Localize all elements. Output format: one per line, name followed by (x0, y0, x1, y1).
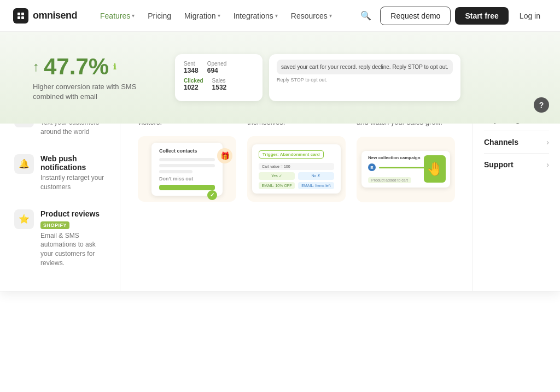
nav-item-migration[interactable]: Migration ▾ (179, 8, 226, 24)
chevron-down-icon: ▾ (329, 13, 332, 19)
search-button[interactable]: 🔍 (356, 6, 376, 26)
chevron-down-icon: ▾ (275, 13, 278, 19)
logo-icon (13, 8, 28, 24)
sales-label: Sales (212, 78, 227, 84)
sms-bubble: saved your cart for your record. reply d… (277, 60, 453, 74)
request-demo-button[interactable]: Request demo (380, 7, 451, 25)
stat-block: ↑ 47.7% ℹ Higher conversion rate with SM… (33, 54, 142, 102)
clicked-label: Clicked (184, 78, 203, 84)
bottom-section: ↑ 47.7% ℹ Higher conversion rate with SM… (0, 32, 560, 124)
info-icon[interactable]: ℹ (113, 62, 116, 71)
nav-item-integrations[interactable]: Integrations ▾ (228, 8, 283, 24)
stat-number: ↑ 47.7% ℹ (33, 54, 142, 80)
login-button[interactable]: Log in (513, 7, 547, 25)
campaign-stats-card: Sent 1348 Opened 694 Clicked 1022 Sales … (175, 54, 262, 101)
sent-value: 1348 (184, 67, 199, 74)
nav-actions: 🔍 Request demo Start free Log in (356, 6, 547, 26)
sms-preview-card: saved your cart for your record. reply d… (269, 54, 460, 101)
chevron-down-icon: ▾ (132, 13, 135, 19)
opened-label: Opened (207, 61, 227, 67)
svg-rect-0 (18, 13, 20, 15)
start-free-button[interactable]: Start free (455, 7, 508, 25)
nav-item-features[interactable]: Features ▾ (95, 8, 140, 24)
nav-item-pricing[interactable]: Pricing (142, 8, 177, 24)
navigation: omnisend Features ▾ Pricing Migration ▾ … (0, 0, 560, 32)
nav-links: Features ▾ Pricing Migration ▾ Integrati… (95, 8, 356, 24)
svg-rect-2 (18, 16, 20, 19)
svg-rect-3 (21, 16, 24, 19)
chevron-down-icon: ▾ (218, 13, 220, 19)
sales-value: 1532 (212, 84, 227, 91)
bottom-preview-cards: Sent 1348 Opened 694 Clicked 1022 Sales … (175, 54, 527, 101)
opened-value: 694 (207, 67, 227, 74)
svg-rect-1 (21, 13, 24, 15)
stat-arrow-icon: ↑ (33, 59, 39, 74)
sent-label: Sent (184, 61, 199, 67)
help-button[interactable]: ? (534, 97, 549, 113)
logo-text: omnisend (33, 10, 77, 21)
sms-reply: Reply STOP to opt out. (277, 77, 453, 84)
clicked-value: 1022 (184, 84, 203, 91)
logo[interactable]: omnisend (13, 8, 77, 24)
stat-description: Higher conversion rate with SMS combined… (33, 82, 142, 102)
nav-item-resources[interactable]: Resources ▾ (285, 8, 337, 24)
